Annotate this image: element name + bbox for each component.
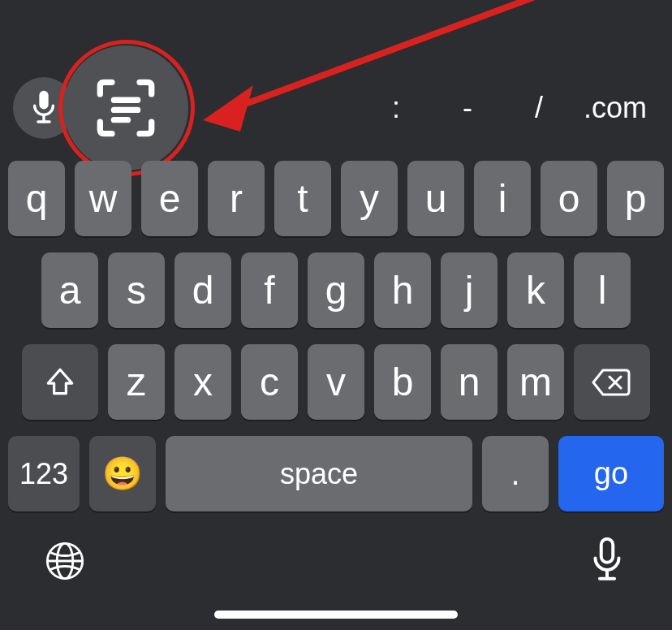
key-g[interactable]: g [308, 252, 364, 328]
key-r[interactable]: r [208, 161, 265, 236]
key-i[interactable]: i [474, 161, 531, 236]
url-shortcut-bar: : - / .com [360, 71, 656, 145]
key-y[interactable]: y [341, 161, 398, 236]
space-key[interactable]: space [166, 436, 472, 511]
key-h[interactable]: h [374, 252, 431, 328]
key-m[interactable]: m [507, 344, 564, 420]
key-row-1: q w e r t y u i o p [8, 161, 664, 236]
globe-button[interactable] [41, 537, 89, 585]
key-s[interactable]: s [108, 252, 165, 328]
go-key[interactable]: go [558, 436, 664, 511]
globe-icon [44, 540, 86, 582]
scan-text-button[interactable] [63, 45, 188, 170]
key-x[interactable]: x [174, 344, 231, 420]
key-w[interactable]: w [75, 161, 131, 236]
key-o[interactable]: o [541, 161, 597, 236]
scan-text-icon [94, 76, 157, 140]
onscreen-keyboard: q w e r t y u i o p a s d f g h j k l z … [8, 161, 664, 528]
numbers-key[interactable]: 123 [8, 436, 80, 511]
shortcut-slash[interactable]: / [503, 91, 575, 125]
shortcut-dotcom[interactable]: .com [575, 91, 656, 125]
key-a[interactable]: a [41, 252, 98, 328]
key-k[interactable]: k [507, 252, 564, 328]
shortcut-colon[interactable]: : [360, 91, 432, 125]
shift-key[interactable] [22, 344, 98, 420]
dictation-bottom-button[interactable] [583, 537, 631, 585]
key-l[interactable]: l [574, 252, 631, 328]
key-u[interactable]: u [407, 161, 464, 236]
key-row-4: 123 😀 space . go [8, 436, 664, 511]
key-row-2: a s d f g h j k l [8, 252, 664, 328]
shift-icon [43, 365, 77, 399]
key-z[interactable]: z [108, 344, 165, 420]
svg-rect-12 [601, 539, 614, 563]
key-b[interactable]: b [374, 344, 431, 420]
backspace-icon [592, 367, 632, 398]
microphone-icon [30, 89, 58, 127]
key-n[interactable]: n [441, 344, 498, 420]
home-indicator[interactable] [214, 611, 458, 619]
svg-rect-0 [39, 91, 48, 110]
key-j[interactable]: j [441, 252, 498, 328]
emoji-key[interactable]: 😀 [89, 436, 156, 511]
period-key[interactable]: . [482, 436, 549, 511]
key-t[interactable]: t [274, 161, 331, 236]
key-q[interactable]: q [8, 161, 65, 236]
backspace-key[interactable] [574, 344, 650, 420]
key-e[interactable]: e [141, 161, 198, 236]
microphone-icon [589, 537, 625, 585]
key-p[interactable]: p [607, 161, 664, 236]
key-row-3: z x c v b n m [8, 344, 664, 420]
key-f[interactable]: f [241, 252, 298, 328]
key-d[interactable]: d [174, 252, 231, 328]
key-c[interactable]: c [241, 344, 298, 420]
key-v[interactable]: v [308, 344, 364, 420]
keyboard-toolbar: : - / .com [0, 71, 672, 145]
shortcut-dash[interactable]: - [432, 91, 503, 125]
keyboard-bottom-bar [0, 512, 672, 630]
